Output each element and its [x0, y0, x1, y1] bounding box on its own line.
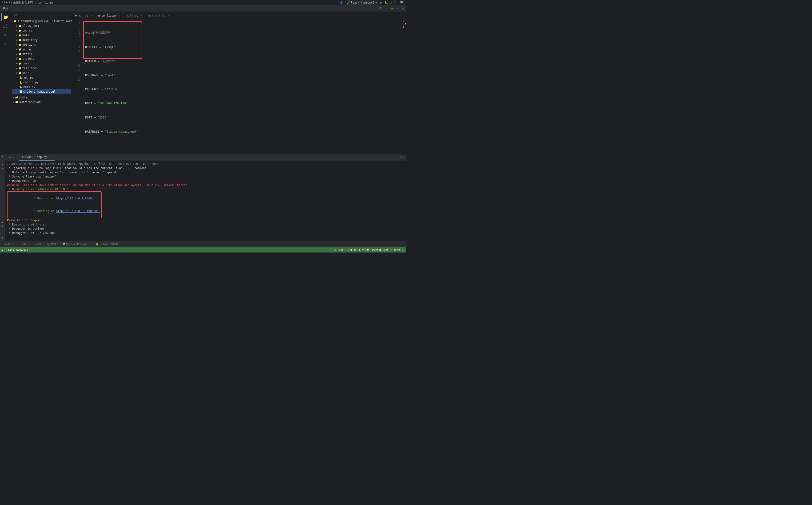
profile-button[interactable]: ⏱ [394, 1, 396, 4]
activity-run[interactable]: ▷ [1, 31, 10, 39]
terminal-debugger-active: * Debugger is active! [7, 227, 404, 231]
tree-exts-py[interactable]: ▶ 🐍 exts.py [12, 85, 71, 89]
tree-student[interactable]: ▶ 📁 student [12, 56, 71, 61]
menu-settings-icon[interactable]: ⚙ [395, 6, 400, 11]
top-bar-file: config.py [38, 1, 53, 4]
code-lines[interactable]: #mysql数据库配置 DIALECT = 'mysql' DRIVER = '… [83, 19, 403, 154]
menu-item-project[interactable]: 项目 [1, 5, 10, 11]
status-position[interactable]: 1:1 [331, 248, 336, 251]
status-encoding[interactable]: UTF-8 [348, 248, 356, 251]
tree-class-room[interactable]: ▶ 📁 class_room [12, 23, 71, 28]
terminal-line-cmd: /Users/waldo/miniforge3/envs/torch-gpu/b… [7, 162, 404, 166]
top-bar: flask学生信息管理系统 | config.py 👤 🌶 Flask (app… [0, 0, 406, 5]
warning-icon: ⚠ [33, 242, 35, 246]
tree-external-libs[interactable]: ▶ 📁 外部库 [12, 95, 71, 100]
code-editor[interactable]: 1 2 3 4 5 6 7 8 9 10 11 12 13 [72, 19, 406, 154]
tree-scratches[interactable]: ▶ 📁 草稿文件和控制台 [12, 100, 71, 105]
tree-config-py[interactable]: ▶ 🐍 config.py [12, 80, 71, 85]
tree-task[interactable]: ▶ 📁 task [12, 61, 71, 66]
terminal-warning: WARNING: This is a development server. D… [7, 183, 404, 187]
menu-expand-icon[interactable]: ⊞ [390, 6, 394, 11]
run-button[interactable]: ▶ [380, 1, 382, 4]
activity-folder[interactable]: 📁 [1, 13, 10, 21]
close-tab-app-py[interactable]: × [91, 14, 92, 17]
status-python[interactable]: Python 3.9 [372, 248, 388, 251]
tab-exts-py[interactable]: exts.py × [124, 12, 145, 19]
tab-run[interactable]: 🌶 Flask (app.py) × [19, 154, 55, 161]
play-stop-icon[interactable]: ▶ [2, 155, 3, 158]
menu-list-icon[interactable]: ☰ [378, 6, 383, 11]
settings-run-icon[interactable]: ⚙ [2, 167, 3, 170]
bottom-tabs: 运行: 🌶 Flask (app.py) × ⚙ − [5, 154, 406, 161]
tab-problems[interactable]: ⚠ 问题 [31, 241, 44, 247]
link-network[interactable]: http://192.168.31.190:8000 [56, 209, 100, 213]
tab-python-console[interactable]: 🐍 Python 控制台 [93, 241, 121, 247]
tree-course[interactable]: ▶ 📁 course [12, 28, 71, 33]
bottom-tab-actions: ⚙ − [400, 155, 405, 159]
tab-terminal[interactable]: ⬛ 终端 [44, 241, 59, 247]
code-line-3: DRIVER = 'pymysql' [85, 59, 403, 63]
activity-plugins[interactable]: ⊞ [1, 39, 10, 48]
tree-user[interactable]: ▶ 📁 user [12, 70, 71, 75]
right-gutter: ⚠ 9 ▲ [403, 19, 406, 154]
tree-opinions[interactable]: ▶ 📁 opinions [12, 42, 71, 47]
tree-templates[interactable]: ▶ 📁 templates [12, 66, 71, 70]
stop-icon[interactable]: ■ [2, 163, 3, 166]
close-tab-admin-html[interactable]: × [167, 14, 169, 17]
tree-static[interactable]: ▶ 📁 static [12, 52, 71, 56]
scroll-down-icon[interactable]: ▼ [2, 225, 3, 228]
status-event-log[interactable]: ⚠ 事件日志 [391, 248, 404, 252]
editor-tabs: app.py × config.py × exts.py × admin.htm… [72, 12, 406, 19]
format-icon[interactable]: ≡ [2, 229, 3, 232]
wrap-icon[interactable]: ↵ [2, 233, 3, 236]
activity-git[interactable]: ⎇ [1, 22, 10, 30]
tree-app-py[interactable]: ▶ 🐍 app.py [12, 75, 71, 80]
bottom-left-icons: ▶ ↺ ■ ⚙ ▲ ▼ ≡ ↵ 🗑 [0, 154, 5, 241]
close-tab-config-py[interactable]: × [119, 14, 121, 17]
search-button[interactable]: 🔍 [400, 1, 404, 4]
sidebar-header: 项目 [11, 12, 72, 18]
coverage-button[interactable]: ☑ [390, 1, 392, 4]
terminal-debugger-pin: * Debugger PIN: 127-755-388 [7, 231, 404, 235]
tab-python-packages[interactable]: 📦 Python Packages [59, 241, 93, 247]
debug-button[interactable]: 🐛 [384, 1, 388, 4]
status-run-icon[interactable]: ▶ [2, 248, 4, 251]
clear-icon[interactable]: 🗑 [1, 237, 4, 240]
status-crlf[interactable]: CRLF [339, 248, 345, 251]
terminal-settings-icon[interactable]: ⚙ [400, 155, 402, 159]
terminal-output[interactable]: /Users/waldo/miniforge3/envs/torch-gpu/b… [5, 161, 406, 241]
flask-icon: 🌶 [347, 1, 350, 4]
tree-score[interactable]: ▶ 📁 score [12, 47, 71, 52]
link-local[interactable]: http://127.0.0.1:8000 [56, 197, 92, 200]
todo-icon: ☰ [18, 242, 20, 246]
code-line-1: #mysql数据库配置 [85, 31, 403, 35]
user-icon[interactable]: 👤 [340, 1, 343, 4]
run-config-display[interactable]: 🌶 Flask (app.py) ▼ [345, 0, 379, 5]
close-tab-exts-py[interactable]: × [141, 14, 142, 17]
terminal-line-3: * Serving Flask app 'app.py' [7, 174, 404, 179]
run-triangle-icon: ▶ [5, 243, 6, 245]
tree-data[interactable]: ▶ 📁 data [12, 33, 71, 38]
tab-run-bottom[interactable]: ▶ 运行 [2, 241, 15, 247]
menu-hide-icon[interactable]: ◁ [401, 6, 405, 11]
terminal-running-local: * Running on http://127.0.0.1:8000 [8, 192, 100, 205]
tab-todo[interactable]: ☰ TODO [15, 241, 30, 247]
close-run-tab[interactable]: × [50, 155, 52, 158]
tab-config-py[interactable]: config.py × [95, 12, 124, 19]
scroll-up-icon[interactable]: ▲ [2, 221, 3, 224]
menu-bar: 项目 ☰ ⇅ ⊞ ⚙ ◁ [0, 5, 406, 12]
tree-root[interactable]: ▼ 📁 flask学生信息管理系统 [student_manager] [12, 19, 71, 23]
tree-dormitory[interactable]: ▶ 📁 dormitory [12, 38, 71, 42]
restart-icon[interactable]: ↺ [2, 159, 3, 162]
status-run-config[interactable]: Flask (app.py) [6, 248, 28, 251]
status-bar: ▶ Flask (app.py) 1:1 CRLF UTF-8 4 个空格 Py… [0, 247, 406, 252]
tab-admin-html[interactable]: admin.html × [145, 12, 172, 19]
terminal-minimize-icon[interactable]: − [403, 155, 405, 159]
tree-student-sql[interactable]: ▶ 📄 student_manager.sql [12, 89, 71, 94]
tab-app-py[interactable]: app.py × [72, 12, 95, 19]
code-line-2: DIALECT = 'mysql' [85, 45, 403, 49]
file-tree: 项目 ▼ 📁 flask学生信息管理系统 [student_manager] ▶… [11, 12, 72, 154]
status-indent[interactable]: 4 个空格 [359, 248, 369, 252]
code-line-4: USERNAME = 'root' [85, 73, 403, 77]
menu-sort-icon[interactable]: ⇅ [384, 6, 389, 11]
